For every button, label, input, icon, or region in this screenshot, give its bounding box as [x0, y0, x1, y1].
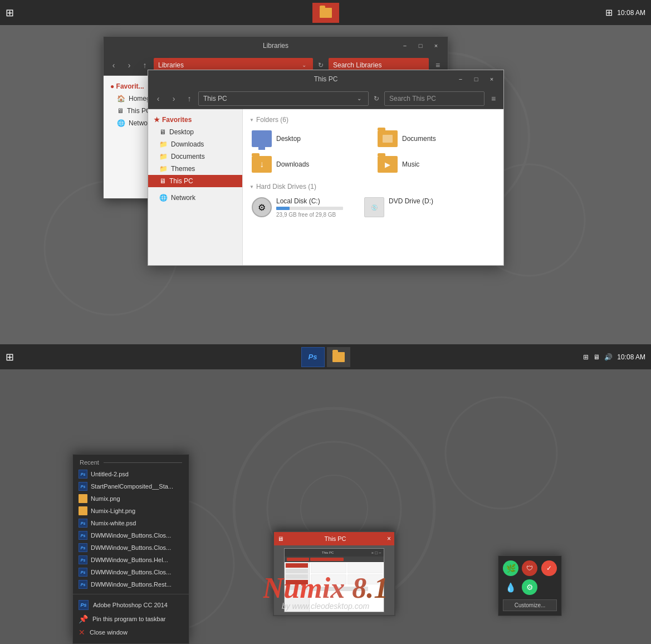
libraries-close-btn[interactable]: × — [429, 40, 443, 51]
folder-taskbar-btn-bottom[interactable] — [327, 347, 350, 367]
network-icon: 🌐 — [117, 119, 125, 127]
recent-file-6[interactable]: Ps DWMWindow_Buttons.Clos... — [73, 529, 189, 541]
taskbar-bottom: ⊞ Ps ⊞ 🖥 🔊 10:08 AM — [0, 344, 651, 369]
popup-divider — [73, 594, 189, 594]
dvd-icon-d: 💿 — [364, 197, 384, 217]
screen-icon[interactable]: 🖥 — [593, 353, 600, 361]
thispc-up-btn[interactable]: ↑ — [183, 92, 196, 105]
thispc-sidebar-desktop[interactable]: 🖥Desktop — [148, 126, 242, 138]
hdd-name-d: DVD Drive (D:) — [389, 197, 433, 205]
pin-icon: 📌 — [79, 614, 88, 623]
systray-icon-4[interactable]: 💧 — [503, 579, 518, 595]
thispc-sidebar-downloads[interactable]: 📁Downloads — [148, 138, 242, 150]
thispc-address-bar[interactable]: This PC ⌄ — [198, 91, 369, 106]
thispc-sidebar-themes[interactable]: 📁Themes — [148, 163, 242, 175]
ps-app-icon: Ps — [79, 600, 89, 610]
desktop-bottom: Recent Ps Untitled-2.psd Ps StartPanelCo… — [0, 369, 651, 644]
libraries-refresh-btn[interactable]: ↻ — [315, 60, 326, 71]
thispc-favorites-header[interactable]: ★ Favorites — [148, 114, 242, 126]
recent-file-name-4: Numix-Light.png — [91, 508, 183, 514]
hdd-bar-fill-c — [276, 207, 290, 210]
recent-file-5[interactable]: Ps Numix-white.psd — [73, 517, 189, 529]
libraries-address-text: Libraries — [158, 61, 302, 69]
desktop-folder-icon — [252, 130, 272, 147]
systray-popup: 🌿 🛡 ✓ 💧 ⚙ Customize... — [498, 555, 562, 616]
recent-file-2[interactable]: Ps StartPanelComposited__Sta... — [73, 480, 189, 492]
dvd-drive-d[interactable]: 💿 DVD Drive (D:) — [362, 195, 435, 220]
local-disk-c[interactable]: ⚙ Local Disk (C:) 23,9 GB free of 29,8 G… — [249, 195, 345, 220]
libraries-forward-btn[interactable]: › — [123, 58, 136, 72]
thispc-maximize-btn[interactable]: □ — [469, 74, 483, 85]
thispc-address-chevron[interactable]: ⌄ — [357, 95, 361, 101]
documents-icon: 📁 — [159, 153, 168, 160]
folder-item-desktop[interactable]: Desktop — [249, 128, 371, 149]
folder-item-downloads[interactable]: Downloads — [249, 154, 371, 175]
systray-icon-5[interactable]: ⚙ — [522, 579, 537, 595]
grid-icon-bottom[interactable]: ⊞ — [583, 353, 589, 361]
recent-file-name-9: DWMWindow_Buttons.Clos... — [91, 569, 183, 575]
psd-icon-6: Ps — [79, 531, 87, 540]
recent-file-9[interactable]: Ps DWMWindow_Buttons.Clos... — [73, 566, 189, 578]
hdd-info-c: Local Disk (C:) 23,9 GB free of 29,8 GB — [276, 197, 343, 218]
libraries-minimize-btn[interactable]: − — [398, 40, 412, 51]
star-icon: ★ — [154, 116, 160, 124]
thispc-win-controls: − □ × — [453, 74, 499, 85]
recent-file-name-1: Untitled-2.psd — [91, 471, 183, 477]
clock-top: 10:08 AM — [617, 9, 645, 17]
pin-program-btn[interactable]: 📌 Pin this program to taskbar — [73, 612, 189, 626]
thispc-address-text: This PC — [203, 95, 357, 103]
themes-icon: 📁 — [159, 165, 168, 173]
systray-icon-1[interactable]: 🌿 — [503, 560, 518, 576]
recent-file-3[interactable]: Numix.png — [73, 492, 189, 505]
libraries-win-controls: − □ × — [398, 40, 443, 51]
customize-btn[interactable]: Customize... — [503, 599, 557, 611]
top-half: ⊞ ⊞ 10:08 AM Libraries − □ — [0, 0, 651, 344]
grid-icon-top[interactable]: ⊞ — [605, 7, 613, 18]
sound-icon[interactable]: 🔊 — [604, 353, 613, 361]
libraries-address-chevron[interactable]: ⌄ — [302, 62, 306, 68]
psd-icon-9: Ps — [79, 568, 87, 577]
psd-icon-5: Ps — [79, 519, 87, 528]
windows-logo-bottom[interactable]: ⊞ — [6, 351, 14, 363]
recent-file-8[interactable]: Ps DWMWindow_Buttons.Hel... — [73, 554, 189, 566]
thispc-forward-btn[interactable]: › — [167, 92, 180, 105]
thispc-minimize-btn[interactable]: − — [453, 74, 468, 85]
libraries-maximize-btn[interactable]: □ — [413, 40, 428, 51]
recent-file-4[interactable]: Numix-Light.png — [73, 505, 189, 517]
photoshop-taskbar-btn[interactable]: Ps — [301, 347, 325, 367]
thispc-close-btn[interactable]: × — [484, 74, 499, 85]
close-icon: ✕ — [79, 628, 85, 637]
thispc-sidebar-documents[interactable]: 📁Documents — [148, 150, 242, 163]
libraries-back-btn[interactable]: ‹ — [107, 58, 120, 72]
pin-label: Pin this program to taskbar — [92, 616, 165, 622]
thispc-title: This PC — [314, 75, 338, 83]
folder-item-music[interactable]: Music — [375, 154, 497, 175]
thispc-menu-btn[interactable]: ≡ — [487, 92, 500, 105]
close-window-label: Close window — [90, 629, 128, 636]
systray-icon-2[interactable]: 🛡 — [522, 560, 537, 576]
folders-grid: Desktop Documents Downloads — [249, 128, 497, 175]
folder-icon-bottom-taskbar — [332, 352, 345, 362]
recent-file-1[interactable]: Ps Untitled-2.psd — [73, 468, 189, 480]
preview-close-btn[interactable]: × — [387, 535, 391, 543]
hdd-icon-c: ⚙ — [252, 197, 272, 217]
recent-file-7[interactable]: Ps DWMWindow_Buttons.Clos... — [73, 541, 189, 554]
taskbar-bottom-right: ⊞ 🖥 🔊 10:08 AM — [583, 353, 645, 361]
recent-file-name-6: DWMWindow_Buttons.Clos... — [91, 532, 183, 539]
pmw-sidebar-item-1 — [286, 563, 308, 568]
taskbar-bottom-center: Ps — [301, 347, 350, 367]
systray-icon-3[interactable]: ✓ — [541, 560, 557, 576]
thispc-refresh-btn[interactable]: ↻ — [371, 93, 382, 104]
recent-file-10[interactable]: Ps DWMWindow_Buttons.Rest... — [73, 578, 189, 591]
folder-item-documents[interactable]: Documents — [375, 128, 497, 149]
taskbar-top-center — [312, 3, 339, 23]
thispc-search-bar[interactable]: Search This PC — [384, 91, 484, 106]
folder-icon-taskbar — [320, 8, 332, 18]
thispc-sidebar-thispc[interactable]: 🖥This PC — [148, 175, 242, 187]
thispc-sidebar-network[interactable]: 🌐Network — [148, 192, 242, 204]
file-explorer-taskbar-btn[interactable] — [312, 3, 339, 23]
png-icon-3 — [79, 494, 87, 503]
close-window-btn[interactable]: ✕ Close window — [73, 626, 189, 639]
thispc-back-btn[interactable]: ‹ — [151, 92, 165, 105]
windows-logo-top[interactable]: ⊞ — [6, 7, 14, 19]
